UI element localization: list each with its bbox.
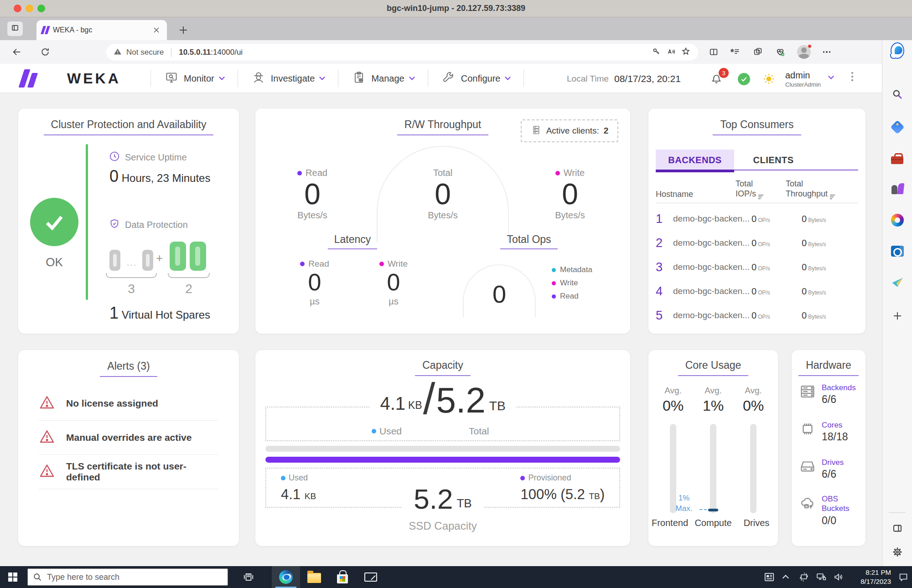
url-text[interactable]: 10.5.0.11:14000/ui: [179, 48, 243, 57]
user-menu[interactable]: admin ClusterAdmin: [785, 70, 821, 88]
microsoft-365-icon[interactable]: [891, 213, 904, 227]
parity-stripe-icon: [170, 242, 186, 271]
network-icon[interactable]: [813, 566, 830, 588]
max-marker-leader: [700, 509, 707, 510]
refresh-button[interactable]: [39, 46, 51, 58]
tab-clients[interactable]: CLIENTS: [734, 150, 813, 170]
new-tab-button[interactable]: [177, 24, 190, 36]
outlook-icon[interactable]: [891, 244, 904, 258]
consumers-tabs: BACKENDS CLIENTS: [656, 150, 858, 170]
consumer-row[interactable]: 4 demo-bgc-backen... 0OP/s 0Bytes/s: [656, 279, 858, 303]
browser-essentials-icon[interactable]: [774, 46, 786, 58]
brand-name[interactable]: WEKA: [67, 70, 121, 87]
weka-favicon: [42, 26, 49, 34]
clients-icon: [531, 124, 542, 138]
tab-close-icon[interactable]: [151, 25, 161, 35]
volume-icon[interactable]: [830, 566, 847, 588]
consumer-row[interactable]: 2 demo-bgc-backen... 0OP/s 0Bytes/s: [656, 231, 858, 255]
alert-item: TLS certificate is not user-defined: [39, 455, 218, 489]
consumer-row[interactable]: 3 demo-bgc-backen... 0OP/s 0Bytes/s: [656, 255, 858, 279]
taskbar-search-input[interactable]: [27, 568, 228, 586]
taskbar-mail-button[interactable]: [357, 566, 385, 588]
user-chevron-icon[interactable]: [828, 73, 834, 79]
check-icon: [741, 76, 747, 83]
cluster-status-badge[interactable]: [738, 73, 750, 85]
filter-icon[interactable]: [758, 195, 763, 199]
col-total-iops[interactable]: TotalIOP/s: [736, 179, 786, 200]
nav-manage[interactable]: Manage: [338, 71, 427, 86]
throughput-panel-title: R/W Throughput: [397, 119, 488, 135]
workspaces-button[interactable]: [7, 21, 23, 36]
taskbar-explorer-button[interactable]: [300, 566, 328, 588]
taskbar-edge-button[interactable]: [272, 566, 300, 588]
plus-text: +: [156, 251, 163, 265]
cluster-panel-title: Cluster Protection and Availability: [44, 119, 214, 135]
favorite-star-icon[interactable]: [681, 46, 691, 58]
configure-icon: [442, 71, 456, 86]
hardware-obs-buckets[interactable]: OBS Buckets0/0: [799, 494, 860, 527]
nav-configure[interactable]: Configure: [428, 71, 524, 86]
nav-monitor[interactable]: Monitor: [151, 71, 238, 86]
collections-icon[interactable]: [730, 46, 741, 58]
start-button[interactable]: [0, 566, 26, 588]
consumer-row[interactable]: 5 demo-bgc-backen... 0OP/s 0Bytes/s: [656, 304, 858, 327]
taskbar-clock[interactable]: 8:21 PM8/17/2023: [849, 568, 891, 587]
address-bar[interactable]: Not secure 10.5.0.11:14000/ui: [106, 44, 698, 61]
hidden-icons-chevron[interactable]: [778, 566, 795, 588]
hardware-drives[interactable]: Drives6/6: [799, 458, 844, 480]
total-value: 0: [397, 178, 488, 210]
fraction-slash: /: [423, 381, 435, 417]
brace: [168, 273, 210, 278]
drop-icon[interactable]: [891, 275, 904, 289]
cluster-status-text: OK: [30, 255, 78, 269]
password-key-icon[interactable]: [652, 46, 662, 58]
theme-toggle[interactable]: [762, 72, 775, 85]
search-icon[interactable]: [891, 88, 904, 101]
profile-button[interactable]: [797, 45, 811, 59]
hardware-cores[interactable]: Cores18/18: [799, 420, 848, 443]
gear-icon[interactable]: [891, 545, 904, 559]
notifications-button[interactable]: 3: [710, 71, 725, 86]
task-view-button[interactable]: [234, 566, 263, 588]
shopping-icon[interactable]: [891, 120, 904, 134]
parity-stripe-icon: [190, 242, 206, 271]
taskbar-store-button[interactable]: [328, 566, 357, 588]
nav-investigate[interactable]: Investigate: [238, 71, 338, 86]
col-hostname[interactable]: Hostname: [656, 189, 736, 200]
mail-icon: [364, 573, 377, 582]
rdp-connection-icon[interactable]: [795, 566, 813, 588]
latency-write-label: Write: [388, 259, 408, 269]
row-throughput: 0: [802, 310, 807, 320]
drive-icon: [799, 458, 816, 480]
games-icon[interactable]: [891, 182, 904, 196]
active-clients-box[interactable]: Active clients: 2: [521, 119, 618, 142]
settings-menu-button[interactable]: [821, 46, 833, 58]
row-iops: 0: [751, 238, 757, 248]
consumer-row[interactable]: 1 demo-bgc-backen... 0OP/s 0Bytes/s: [656, 207, 858, 231]
top-consumers-panel: Top Consumers BACKENDS CLIENTS Hostname …: [648, 108, 865, 334]
hardware-backends[interactable]: Backends6/6: [799, 383, 856, 406]
alert-text: TLS certificate is not user-defined: [66, 461, 218, 483]
back-button[interactable]: [11, 46, 23, 58]
browser-tab[interactable]: WEKA - bgc: [36, 20, 167, 40]
taskbar-search[interactable]: [27, 568, 228, 586]
sidebar-panel-icon[interactable]: [891, 521, 904, 535]
header-kebab-menu[interactable]: [850, 72, 855, 81]
add-sidebar-item-icon[interactable]: [891, 309, 904, 323]
screenshot-icon[interactable]: [752, 46, 764, 58]
drives-usage-bar: [750, 424, 757, 513]
search-icon: [32, 572, 42, 584]
tab-backends[interactable]: BACKENDS: [656, 150, 734, 170]
widgets-news-icon[interactable]: [761, 566, 778, 588]
tools-icon[interactable]: [891, 151, 904, 165]
filter-icon[interactable]: [830, 195, 835, 199]
action-center-icon[interactable]: [895, 566, 912, 588]
read-aloud-icon[interactable]: [666, 46, 676, 58]
col-total-throughput[interactable]: TotalThroughput: [786, 179, 858, 200]
weka-logo-icon[interactable]: [21, 69, 36, 88]
brace: [106, 273, 157, 278]
security-label[interactable]: Not secure: [126, 48, 164, 57]
split-screen-icon[interactable]: [708, 46, 720, 58]
provisioned-label: Provisioned: [528, 473, 571, 483]
copilot-icon[interactable]: [891, 44, 904, 57]
